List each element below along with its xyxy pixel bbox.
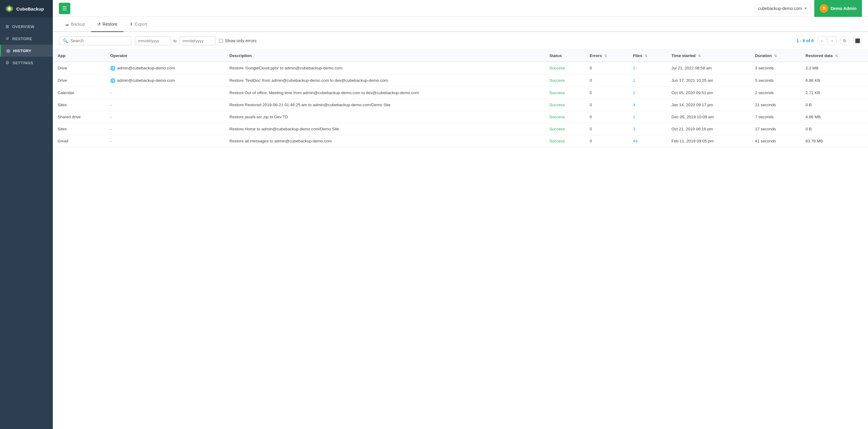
files-link[interactable]: 1: [633, 78, 635, 82]
search-box[interactable]: 🔍: [59, 36, 131, 45]
cell-duration: 17 seconds: [750, 123, 801, 135]
cell-restored-data: 2.2 MB: [801, 62, 868, 74]
restored-sort-icon: ⇅: [835, 54, 838, 58]
cell-files[interactable]: 3: [628, 123, 667, 135]
sidebar-label-settings: SETTINGS: [13, 61, 33, 65]
next-page-button[interactable]: ›: [828, 36, 837, 45]
files-link[interactable]: 1: [633, 66, 635, 70]
col-description: Description: [224, 50, 545, 62]
sidebar-item-restore[interactable]: ↺ RESTORE: [0, 33, 53, 45]
cell-restored-data: 6.86 KB: [801, 74, 868, 87]
cell-time-started: Oct 05, 2020 09:51 pm: [667, 87, 750, 99]
search-input[interactable]: [70, 38, 127, 43]
files-link[interactable]: 4: [633, 103, 635, 107]
export-button[interactable]: ⬛: [853, 36, 862, 45]
operator-text: admin@cubebackup-demo.com: [117, 66, 175, 70]
sidebar-item-overview[interactable]: ⊞ OVERVIEW: [0, 21, 53, 33]
cell-description: Restore Home to admin@cubebackup-demo.co…: [224, 123, 545, 135]
col-files[interactable]: Files ⇅: [628, 50, 667, 62]
col-time-started[interactable]: Time started ⇅: [667, 50, 750, 62]
tabs-bar: ☁ Backup ↺ Restore ⬇ Export: [53, 17, 868, 32]
cell-status: Success: [545, 62, 585, 74]
cell-operator: 🌐admin@cubebackup-demo.com: [105, 74, 224, 87]
col-restored-data[interactable]: Restored data ⇅: [801, 50, 868, 62]
cell-files[interactable]: 2: [628, 87, 667, 99]
domain-selector[interactable]: cubebackup-demo.com ▼: [755, 4, 811, 13]
cell-errors: 0: [585, 111, 628, 123]
files-link[interactable]: 49: [633, 139, 638, 143]
files-link[interactable]: 2: [633, 91, 635, 95]
col-errors[interactable]: Errors ⇅: [585, 50, 628, 62]
files-sort-icon: ⇅: [645, 54, 647, 58]
export-tab-icon: ⬇: [129, 22, 133, 27]
cell-description: Restore 'GoogleCloud.pptx' to admin@cube…: [224, 62, 545, 74]
menu-button[interactable]: ☰: [59, 3, 70, 14]
cell-operator: -: [105, 87, 224, 99]
overview-icon: ⊞: [5, 24, 9, 29]
refresh-button[interactable]: ↻: [840, 36, 849, 45]
cell-operator: 🌐admin@cubebackup-demo.com: [105, 62, 224, 74]
backup-tab-icon: ☁: [65, 22, 69, 27]
prev-page-button[interactable]: ‹: [817, 36, 826, 45]
table-row: Sites-Restore Restored 2019-06-21 01:46:…: [53, 99, 868, 111]
cell-time-started: Jun 17, 2021 10:25 am: [667, 74, 750, 87]
files-link[interactable]: 3: [633, 127, 635, 131]
cell-status: Success: [545, 99, 585, 111]
domain-label: cubebackup-demo.com: [758, 6, 802, 11]
cell-errors: 0: [585, 87, 628, 99]
table-row: Shared drive-Restore javafx-src.zip to D…: [53, 111, 868, 123]
cell-description: Restore Out of office, Meeting time from…: [224, 87, 545, 99]
cell-duration: 5 seconds: [750, 74, 801, 87]
cell-app: Drive: [53, 62, 105, 74]
tab-export[interactable]: ⬇ Export: [123, 17, 153, 32]
show-errors-checkbox[interactable]: [219, 39, 223, 43]
sidebar-item-settings[interactable]: ⚙ SETTINGS: [0, 57, 53, 69]
cell-time-started: Dec 05, 2019 10:09 am: [667, 111, 750, 123]
date-separator: to: [174, 39, 177, 43]
table-row: Gmail-Restore all messages to admin@cube…: [53, 135, 868, 147]
date-to-input[interactable]: [179, 36, 216, 45]
date-from-input[interactable]: [135, 36, 171, 45]
cell-restored-data: 4.86 MB: [801, 111, 868, 123]
time-sort-icon: ⇅: [698, 54, 701, 58]
sidebar-nav: ⊞ OVERVIEW ↺ RESTORE ◎ HISTORY ⚙ SETTING…: [0, 21, 53, 69]
col-status: Status: [545, 50, 585, 62]
toolbar: 🔍 to Show only errors 1 - 8 of 8 ‹ › ↻ ⬛: [53, 32, 868, 50]
search-icon: 🔍: [63, 38, 68, 43]
history-table: App Operator Description Status Errors ⇅…: [53, 50, 868, 147]
cell-description: Restore 'TestDoc' from admin@cubebackup-…: [224, 74, 545, 87]
logo-icon: [5, 4, 14, 13]
main-area: ☰ cubebackup-demo.com ▼ D Demo Admin ☁ B…: [53, 0, 868, 429]
sidebar-item-history[interactable]: ◎ HISTORY: [0, 45, 53, 57]
cell-errors: 0: [585, 135, 628, 147]
files-link[interactable]: 1: [633, 114, 635, 119]
cell-files[interactable]: 1: [628, 111, 667, 123]
cell-files[interactable]: 4: [628, 99, 667, 111]
top-header: ☰ cubebackup-demo.com ▼ D Demo Admin: [53, 0, 868, 17]
app-title: CubeBackup: [16, 6, 44, 11]
table-container: App Operator Description Status Errors ⇅…: [53, 50, 868, 147]
cell-app: Sites: [53, 99, 105, 111]
cell-errors: 0: [585, 99, 628, 111]
cell-status: Success: [545, 123, 585, 135]
restore-icon: ↺: [5, 36, 9, 41]
tab-restore[interactable]: ↺ Restore: [91, 17, 123, 32]
cell-time-started: Jan 14, 2020 09:17 pm: [667, 99, 750, 111]
table-header: App Operator Description Status Errors ⇅…: [53, 50, 868, 62]
tab-backup[interactable]: ☁ Backup: [59, 17, 91, 32]
history-icon: ◎: [6, 48, 10, 53]
settings-icon: ⚙: [5, 60, 10, 65]
sidebar: CubeBackup ⊞ OVERVIEW ↺ RESTORE ◎ HISTOR…: [0, 0, 53, 429]
cell-errors: 0: [585, 74, 628, 87]
app-logo: CubeBackup: [0, 0, 53, 18]
cell-operator: -: [105, 99, 224, 111]
cell-files[interactable]: 1: [628, 62, 667, 74]
cell-files[interactable]: 1: [628, 74, 667, 87]
chevron-down-icon: ▼: [804, 6, 807, 10]
col-duration[interactable]: Duration ⇅: [750, 50, 801, 62]
cell-restored-data: 2.71 KB: [801, 87, 868, 99]
table-row: Drive🌐admin@cubebackup-demo.comRestore '…: [53, 62, 868, 74]
cell-files[interactable]: 49: [628, 135, 667, 147]
show-errors-label[interactable]: Show only errors: [219, 38, 256, 43]
duration-sort-icon: ⇅: [774, 54, 777, 58]
